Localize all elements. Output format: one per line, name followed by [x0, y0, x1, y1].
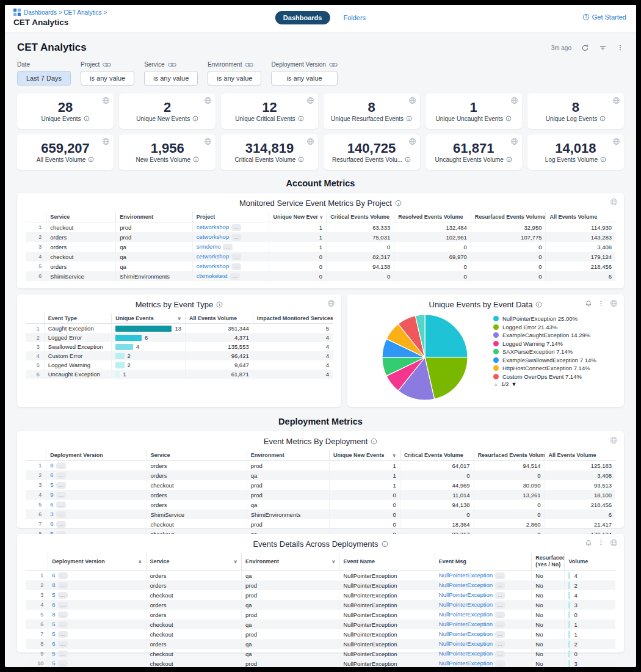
column-header[interactable]: Resolved Events Volume — [394, 212, 471, 222]
ellipsis-chip[interactable]: … — [58, 582, 68, 589]
globe-icon[interactable] — [408, 97, 416, 104]
ellipsis-chip[interactable]: … — [231, 254, 241, 260]
ellipsis-chip[interactable]: … — [58, 641, 68, 648]
cell-link[interactable]: 5 — [52, 591, 55, 598]
globe-icon[interactable] — [102, 137, 110, 145]
legend-item[interactable]: ExampleSwallowedException 7.14% — [493, 357, 615, 364]
ellipsis-chip[interactable]: … — [56, 492, 66, 499]
apps-grid-icon[interactable] — [13, 9, 21, 16]
ellipsis-chip[interactable]: … — [56, 521, 66, 528]
ellipsis-chip[interactable]: … — [495, 572, 505, 579]
column-header[interactable]: Event Type — [44, 313, 112, 324]
legend-item[interactable]: HttpHostConnectException 7.14% — [493, 365, 615, 372]
filter-value-button[interactable]: is any value — [144, 71, 198, 86]
info-icon[interactable] — [84, 115, 90, 122]
ellipsis-chip[interactable]: … — [58, 612, 68, 618]
globe-icon[interactable] — [408, 137, 416, 145]
info-icon[interactable] — [216, 301, 223, 308]
ellipsis-chip[interactable]: … — [58, 651, 68, 657]
cell-link[interactable]: 8 — [52, 582, 55, 588]
filter-value-button[interactable]: is any value — [81, 71, 134, 86]
cell-link[interactable]: 5 — [52, 650, 55, 657]
globe-icon[interactable] — [612, 97, 620, 104]
cell-link[interactable]: 5 — [52, 621, 55, 627]
cell-link[interactable]: NullPointerException — [439, 591, 493, 598]
globe-icon[interactable] — [610, 436, 618, 444]
ellipsis-chip[interactable]: … — [495, 582, 505, 589]
column-header[interactable]: Environment — [116, 212, 193, 222]
ellipsis-chip[interactable]: … — [223, 244, 233, 250]
sort-desc-icon[interactable]: ∨ — [331, 559, 336, 564]
globe-icon[interactable] — [102, 97, 110, 104]
kebab-menu-icon[interactable] — [598, 539, 604, 546]
cell-link[interactable]: NullPointerException — [439, 660, 493, 667]
info-icon[interactable] — [298, 156, 304, 163]
get-started-button[interactable]: Get Started — [582, 13, 626, 21]
column-header[interactable]: Event Msg — [435, 553, 531, 571]
globe-icon[interactable] — [306, 137, 314, 145]
column-header[interactable]: Service∨ — [146, 553, 241, 571]
info-icon[interactable] — [382, 541, 388, 547]
column-header[interactable]: Critical Events Volume — [327, 212, 394, 222]
column-header[interactable]: Environment∨ — [242, 553, 339, 571]
globe-icon[interactable] — [610, 198, 618, 206]
cell-link[interactable]: 8 — [50, 462, 53, 469]
column-header[interactable]: Unique Events∨ — [112, 313, 186, 324]
cell-link[interactable]: cetworkshop — [197, 224, 229, 230]
legend-item[interactable]: Logged Error 21.43% — [493, 324, 615, 331]
column-header[interactable]: Unique New Ever∨ — [269, 212, 327, 222]
ellipsis-chip[interactable]: … — [58, 572, 68, 579]
info-icon[interactable] — [405, 156, 411, 163]
ellipsis-chip[interactable]: … — [58, 602, 68, 608]
cell-link[interactable]: NullPointerException — [439, 572, 493, 579]
sort-desc-icon[interactable]: ∨ — [234, 559, 238, 564]
cell-link[interactable]: 6 — [52, 601, 55, 608]
info-icon[interactable] — [395, 200, 402, 206]
legend-item[interactable]: ExampleCaughtException 14.29% — [493, 332, 615, 339]
ellipsis-chip[interactable]: … — [56, 482, 66, 489]
column-header[interactable]: Impacted Monitored Services — [253, 313, 333, 324]
cell-link[interactable]: 8 — [52, 611, 55, 618]
column-header[interactable]: Project — [192, 212, 269, 222]
column-header[interactable]: Resurfaced Events Volume — [471, 212, 546, 222]
info-icon[interactable] — [505, 115, 512, 122]
cell-link[interactable]: NullPointerException — [439, 601, 493, 608]
ellipsis-chip[interactable]: … — [495, 612, 505, 618]
column-header[interactable]: Unique New Events∨ — [329, 450, 400, 461]
ellipsis-chip[interactable]: … — [56, 462, 66, 469]
cell-link[interactable]: NullPointerException — [439, 621, 493, 627]
ellipsis-chip[interactable]: … — [58, 621, 68, 628]
ellipsis-chip[interactable]: … — [495, 631, 505, 638]
globe-icon[interactable] — [204, 97, 212, 104]
legend-page-up-icon[interactable]: ▲ — [493, 381, 499, 387]
ellipsis-chip[interactable]: … — [495, 602, 505, 608]
filter-value-button[interactable]: is any value — [271, 71, 338, 86]
alert-bell-icon[interactable] — [585, 539, 592, 547]
info-icon[interactable] — [193, 156, 199, 163]
kebab-menu-icon[interactable] — [598, 300, 604, 307]
column-header[interactable]: Resurfaced (Yes / No) — [532, 553, 565, 571]
ellipsis-chip[interactable]: … — [56, 472, 66, 479]
column-header[interactable]: Service — [46, 212, 116, 222]
cell-link[interactable]: 6 — [50, 472, 53, 478]
cell-link[interactable]: cetworkshop — [197, 253, 229, 260]
info-icon[interactable] — [298, 115, 304, 122]
ellipsis-chip[interactable]: … — [231, 263, 241, 270]
globe-icon[interactable] — [612, 137, 620, 145]
filters-toggle-button[interactable] — [599, 44, 607, 52]
column-header[interactable]: Volume — [565, 553, 615, 571]
dashboard-menu-button[interactable] — [617, 44, 624, 51]
column-header[interactable]: All Events Volume — [186, 313, 253, 324]
ellipsis-chip[interactable]: … — [230, 273, 240, 280]
legend-item[interactable]: SAXParseException 7.14% — [493, 348, 615, 356]
cell-link[interactable]: NullPointerException — [439, 630, 493, 637]
column-header[interactable]: All Events Volume — [546, 212, 615, 222]
cell-link[interactable]: ctsmoketest — [197, 272, 228, 279]
globe-icon[interactable] — [610, 299, 618, 307]
refresh-button[interactable] — [581, 44, 589, 52]
cell-link[interactable]: 9 — [50, 491, 53, 498]
cell-link[interactable]: srmdemo — [197, 243, 221, 250]
column-header[interactable]: Resurfaced Events Volume — [474, 450, 545, 461]
cell-link[interactable]: 5 — [52, 660, 55, 667]
cell-link[interactable]: cetworkshop — [197, 263, 229, 269]
